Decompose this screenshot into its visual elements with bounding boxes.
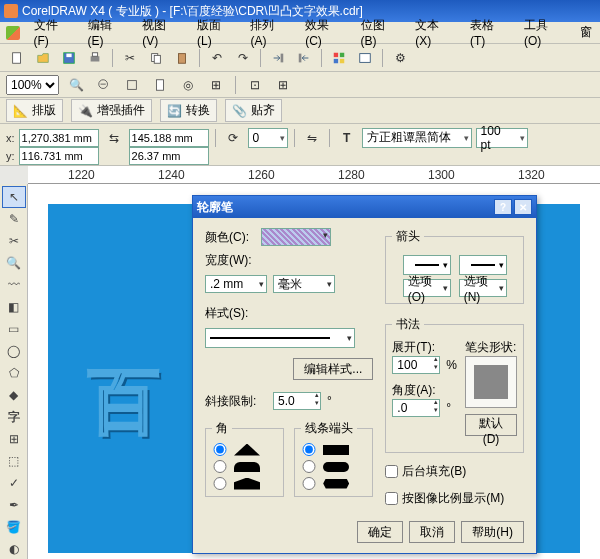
menu-layout[interactable]: 版面(L) xyxy=(189,15,242,50)
tab-align[interactable]: 📎贴齐 xyxy=(225,99,282,122)
menu-view[interactable]: 视图(V) xyxy=(134,15,189,50)
crop-tool-icon[interactable]: ✂ xyxy=(2,230,26,252)
angle-input[interactable]: .0 xyxy=(392,399,440,417)
corner-round-radio[interactable] xyxy=(212,460,228,473)
pick-tool-icon[interactable]: ↖ xyxy=(2,186,26,208)
cut-icon[interactable]: ✂ xyxy=(119,47,141,69)
edit-style-button[interactable]: 编辑样式... xyxy=(293,358,373,380)
miter-degree: ° xyxy=(327,394,332,408)
zoom-selection-icon[interactable]: ◎ xyxy=(177,74,199,96)
print-icon[interactable] xyxy=(84,47,106,69)
style-select[interactable] xyxy=(205,328,355,348)
cap-extended-radio[interactable] xyxy=(301,477,317,490)
zoom-page-icon[interactable] xyxy=(149,74,171,96)
app-launcher-icon[interactable] xyxy=(328,47,350,69)
dialog-titlebar[interactable]: 轮廓笔 ? ✕ xyxy=(193,196,536,218)
zoom-fit-icon[interactable] xyxy=(121,74,143,96)
smart-fill-icon[interactable]: ◧ xyxy=(2,296,26,318)
docker-tabs: 📐排版 🔌增强插件 🔄转换 📎贴齐 xyxy=(0,98,600,124)
scale-with-image-checkbox[interactable] xyxy=(385,492,398,505)
corner-miter-radio[interactable] xyxy=(212,443,228,456)
new-icon[interactable] xyxy=(6,47,28,69)
font-select[interactable]: 方正粗谭黑简体 xyxy=(362,128,472,148)
color-picker[interactable] xyxy=(261,228,331,246)
dialog-help-icon[interactable]: ? xyxy=(494,199,512,215)
export-icon[interactable] xyxy=(293,47,315,69)
x-input[interactable] xyxy=(19,129,99,147)
miter-input[interactable]: 5.0 xyxy=(273,392,321,410)
redo-icon[interactable]: ↷ xyxy=(232,47,254,69)
rotation-input[interactable]: 0 xyxy=(248,128,288,148)
arrow-end-options[interactable]: 选项(N) xyxy=(459,279,507,297)
tab-layout[interactable]: 📐排版 xyxy=(6,99,63,122)
copy-icon[interactable] xyxy=(145,47,167,69)
zoom-select[interactable]: 100% xyxy=(6,75,59,95)
default-button[interactable]: 默认(D) xyxy=(465,414,517,436)
font-size-select[interactable]: 100 pt xyxy=(476,128,528,148)
menu-table[interactable]: 表格(T) xyxy=(462,15,516,50)
width-unit-select[interactable]: 毫米 xyxy=(273,275,335,293)
width-input[interactable] xyxy=(129,129,209,147)
menu-edit[interactable]: 编辑(E) xyxy=(80,15,135,50)
outline-tool-icon[interactable]: ✒ xyxy=(2,494,26,516)
arrow-start-options[interactable]: 选项(O) xyxy=(403,279,451,297)
rectangle-tool-icon[interactable]: ▭ xyxy=(2,318,26,340)
cancel-button[interactable]: 取消 xyxy=(409,521,455,543)
cap-flat-radio[interactable] xyxy=(301,443,317,456)
eyedropper-icon[interactable]: ✓ xyxy=(2,472,26,494)
menu-bitmap[interactable]: 位图(B) xyxy=(353,15,408,50)
rotate-icon[interactable]: ⟳ xyxy=(222,127,244,149)
tab-plugin[interactable]: 🔌增强插件 xyxy=(71,99,152,122)
freehand-tool-icon[interactable]: 〰 xyxy=(2,274,26,296)
text-tool-icon[interactable]: 字 xyxy=(2,406,26,428)
basic-shapes-icon[interactable]: ◆ xyxy=(2,384,26,406)
app-logo-icon xyxy=(6,26,20,40)
options-icon[interactable]: ⚙ xyxy=(389,47,411,69)
snap-icon[interactable]: ⊡ xyxy=(244,74,266,96)
open-icon[interactable] xyxy=(32,47,54,69)
help-button[interactable]: 帮助(H) xyxy=(461,521,524,543)
corner-bevel-radio[interactable] xyxy=(212,477,228,490)
zoom-out-icon[interactable] xyxy=(93,74,115,96)
zoom-all-icon[interactable]: ⊞ xyxy=(205,74,227,96)
corner-miter-icon xyxy=(234,444,260,456)
table-tool-icon[interactable]: ⊞ xyxy=(2,428,26,450)
zoom-tool-icon[interactable]: 🔍 xyxy=(2,252,26,274)
paste-icon[interactable] xyxy=(171,47,193,69)
ok-button[interactable]: 确定 xyxy=(357,521,403,543)
cap-round-icon xyxy=(323,462,349,472)
menu-tools[interactable]: 工具(O) xyxy=(516,15,572,50)
save-icon[interactable] xyxy=(58,47,80,69)
nib-preview xyxy=(465,356,517,408)
menu-arrange[interactable]: 排列(A) xyxy=(242,15,297,50)
y-input[interactable] xyxy=(19,147,99,165)
menu-text[interactable]: 文本(X) xyxy=(407,15,462,50)
tab-convert[interactable]: 🔄转换 xyxy=(160,99,217,122)
height-input[interactable] xyxy=(129,147,209,165)
undo-icon[interactable]: ↶ xyxy=(206,47,228,69)
svg-rect-14 xyxy=(360,53,371,62)
cap-flat-icon xyxy=(323,445,349,455)
swap-xy-icon[interactable]: ⇆ xyxy=(103,127,125,149)
mirror-h-icon[interactable]: ⇋ xyxy=(301,127,323,149)
fill-tool-icon[interactable]: 🪣 xyxy=(2,516,26,538)
text-tool-icon[interactable]: T xyxy=(336,127,358,149)
dialog-close-icon[interactable]: ✕ xyxy=(514,199,532,215)
behind-fill-label: 后台填充(B) xyxy=(402,463,466,480)
grid-icon[interactable]: ⊞ xyxy=(272,74,294,96)
menu-effects[interactable]: 效果(C) xyxy=(297,15,352,50)
welcome-icon[interactable] xyxy=(354,47,376,69)
shape-tool-icon[interactable]: ✎ xyxy=(2,208,26,230)
menu-file[interactable]: 文件(F) xyxy=(26,15,80,50)
behind-fill-checkbox[interactable] xyxy=(385,465,398,478)
interactive-fill-icon[interactable]: ◐ xyxy=(2,538,26,559)
cap-round-radio[interactable] xyxy=(301,460,317,473)
import-icon[interactable] xyxy=(267,47,289,69)
width-value-select[interactable]: .2 mm xyxy=(205,275,267,293)
ellipse-tool-icon[interactable]: ◯ xyxy=(2,340,26,362)
stretch-input[interactable]: 100 xyxy=(392,356,440,374)
zoom-in-icon[interactable]: 🔍 xyxy=(65,74,87,96)
menu-window[interactable]: 窗 xyxy=(572,22,600,43)
polygon-tool-icon[interactable]: ⬠ xyxy=(2,362,26,384)
interactive-tool-icon[interactable]: ⬚ xyxy=(2,450,26,472)
